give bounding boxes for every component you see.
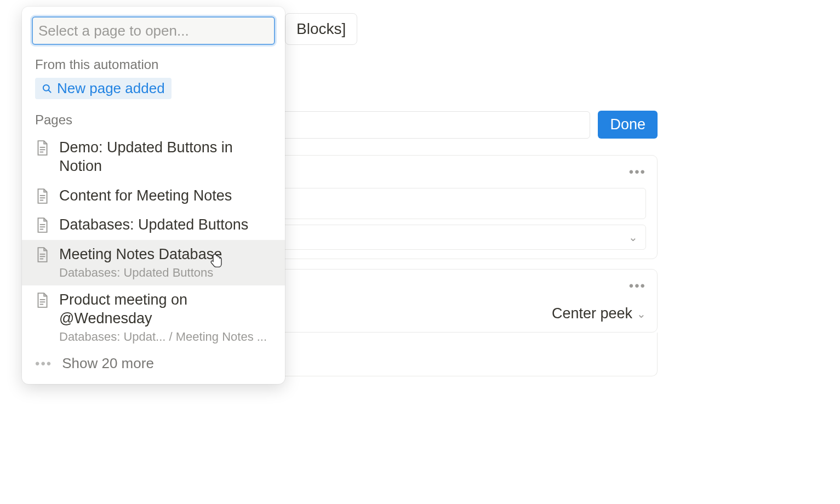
page-title: Product meeting on @Wednesday [59, 291, 272, 328]
list-item[interactable]: Product meeting on @Wednesday Databases:… [22, 285, 285, 350]
search-input[interactable] [38, 22, 268, 39]
list-item[interactable]: Content for Meeting Notes [22, 181, 285, 211]
automation-token-label: New page added [57, 80, 165, 97]
page-picker-popover: From this automation New page added Page… [22, 7, 285, 384]
page-list: Demo: Updated Buttons in Notion Content … [22, 133, 285, 350]
chevron-down-icon: ⌄ [637, 307, 646, 320]
svg-line-1 [49, 90, 51, 92]
section-label-automation: From this automation [22, 53, 285, 78]
tab-chip-label: Blocks] [296, 20, 346, 37]
page-title: Meeting Notes Database [59, 245, 222, 264]
more-icon[interactable]: ••• [629, 164, 646, 180]
page-icon [35, 247, 49, 263]
ellipsis-icon: ••• [35, 356, 52, 371]
list-item[interactable]: Demo: Updated Buttons in Notion [22, 133, 285, 181]
page-icon [35, 188, 49, 204]
page-icon [35, 140, 49, 156]
list-item[interactable]: Databases: Updated Buttons [22, 210, 285, 240]
more-icon[interactable]: ••• [629, 278, 646, 294]
list-item[interactable]: Meeting Notes Database Databases: Update… [22, 240, 285, 285]
page-icon [35, 217, 49, 233]
search-icon [42, 83, 53, 94]
open-page-value-text: Center peek [552, 305, 632, 322]
automation-token[interactable]: New page added [35, 78, 172, 99]
chevron-down-icon: ⌄ [628, 231, 638, 244]
page-title: Content for Meeting Notes [59, 187, 232, 205]
done-button[interactable]: Done [598, 111, 658, 139]
open-page-value-select[interactable]: Center peek ⌄ [552, 305, 646, 322]
section-label-pages: Pages [22, 108, 285, 133]
page-breadcrumb: Databases: Updat... / Meeting Notes ... [59, 329, 272, 345]
page-title: Databases: Updated Buttons [59, 216, 248, 234]
search-field-wrapper[interactable] [32, 16, 275, 45]
show-more-label: Show 20 more [62, 355, 154, 372]
show-more-button[interactable]: ••• Show 20 more [22, 350, 285, 379]
page-title: Demo: Updated Buttons in Notion [59, 139, 272, 176]
tab-chip[interactable]: Blocks] [285, 13, 357, 45]
page-breadcrumb: Databases: Updated Buttons [59, 265, 222, 280]
page-icon [35, 292, 49, 308]
